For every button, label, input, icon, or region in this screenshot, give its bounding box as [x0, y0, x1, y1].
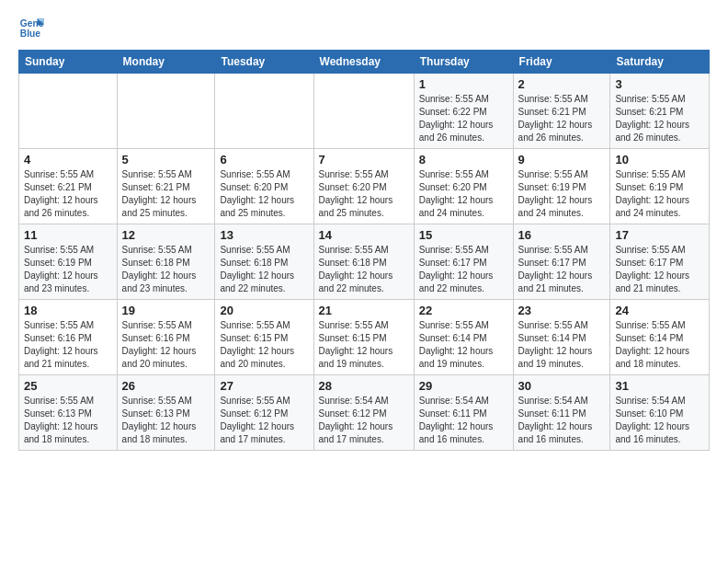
day-content: Sunrise: 5:55 AM Sunset: 6:13 PM Dayligh… — [122, 395, 210, 446]
day-content: Sunrise: 5:55 AM Sunset: 6:18 PM Dayligh… — [220, 244, 308, 295]
day-content: Sunrise: 5:55 AM Sunset: 6:21 PM Dayligh… — [122, 168, 210, 220]
day-content: Sunrise: 5:55 AM Sunset: 6:20 PM Dayligh… — [319, 168, 409, 220]
day-number: 28 — [319, 379, 409, 393]
calendar-cell: 25Sunrise: 5:55 AM Sunset: 6:13 PM Dayli… — [19, 375, 118, 451]
calendar-cell: 29Sunrise: 5:54 AM Sunset: 6:11 PM Dayli… — [414, 375, 513, 451]
calendar-cell: 13Sunrise: 5:55 AM Sunset: 6:18 PM Dayli… — [215, 224, 313, 300]
day-number: 18 — [24, 304, 112, 317]
calendar-cell: 15Sunrise: 5:55 AM Sunset: 6:17 PM Dayli… — [414, 224, 513, 300]
day-number: 11 — [24, 228, 112, 242]
calendar-cell — [313, 74, 414, 149]
day-content: Sunrise: 5:55 AM Sunset: 6:20 PM Dayligh… — [419, 168, 508, 220]
day-number: 17 — [615, 228, 704, 242]
calendar-cell: 31Sunrise: 5:54 AM Sunset: 6:10 PM Dayli… — [610, 375, 710, 451]
calendar-cell: 26Sunrise: 5:55 AM Sunset: 6:13 PM Dayli… — [117, 375, 215, 451]
day-number: 8 — [419, 153, 508, 167]
calendar-cell: 7Sunrise: 5:55 AM Sunset: 6:20 PM Daylig… — [313, 149, 414, 224]
calendar-cell: 14Sunrise: 5:55 AM Sunset: 6:18 PM Dayli… — [313, 224, 414, 300]
day-number: 27 — [220, 379, 308, 393]
day-number: 24 — [615, 304, 704, 317]
day-number: 5 — [122, 153, 210, 167]
day-number: 30 — [518, 379, 606, 393]
calendar-cell: 17Sunrise: 5:55 AM Sunset: 6:17 PM Dayli… — [610, 224, 710, 300]
day-number: 7 — [319, 153, 409, 167]
calendar-cell — [117, 74, 215, 149]
calendar-cell: 1Sunrise: 5:55 AM Sunset: 6:22 PM Daylig… — [414, 74, 513, 149]
day-number: 19 — [122, 304, 210, 317]
calendar-cell — [19, 74, 118, 149]
day-number: 3 — [615, 77, 704, 91]
day-content: Sunrise: 5:55 AM Sunset: 6:15 PM Dayligh… — [319, 319, 409, 371]
day-content: Sunrise: 5:54 AM Sunset: 6:11 PM Dayligh… — [419, 395, 508, 446]
calendar-week-1: 1Sunrise: 5:55 AM Sunset: 6:22 PM Daylig… — [19, 74, 710, 149]
day-number: 23 — [518, 304, 606, 317]
day-number: 26 — [122, 379, 210, 393]
day-number: 6 — [220, 153, 308, 167]
calendar-cell — [215, 74, 313, 149]
header-tuesday: Tuesday — [215, 51, 313, 74]
calendar-cell: 3Sunrise: 5:55 AM Sunset: 6:21 PM Daylig… — [610, 74, 710, 149]
header-saturday: Saturday — [610, 51, 710, 74]
calendar-cell: 19Sunrise: 5:55 AM Sunset: 6:16 PM Dayli… — [117, 300, 215, 375]
calendar-cell: 18Sunrise: 5:55 AM Sunset: 6:16 PM Dayli… — [19, 300, 118, 375]
day-number: 4 — [24, 153, 112, 167]
calendar-cell: 21Sunrise: 5:55 AM Sunset: 6:15 PM Dayli… — [313, 300, 414, 375]
day-content: Sunrise: 5:55 AM Sunset: 6:16 PM Dayligh… — [24, 319, 112, 371]
day-content: Sunrise: 5:55 AM Sunset: 6:17 PM Dayligh… — [615, 244, 704, 295]
calendar-cell: 22Sunrise: 5:55 AM Sunset: 6:14 PM Dayli… — [414, 300, 513, 375]
day-number: 9 — [518, 153, 606, 167]
day-content: Sunrise: 5:55 AM Sunset: 6:19 PM Dayligh… — [518, 168, 606, 220]
day-number: 25 — [24, 379, 112, 393]
calendar-cell: 24Sunrise: 5:55 AM Sunset: 6:14 PM Dayli… — [610, 300, 710, 375]
day-content: Sunrise: 5:55 AM Sunset: 6:18 PM Dayligh… — [319, 244, 409, 295]
logo-icon: General Blue — [18, 15, 44, 40]
day-number: 13 — [220, 228, 308, 242]
day-number: 15 — [419, 228, 508, 242]
day-content: Sunrise: 5:55 AM Sunset: 6:21 PM Dayligh… — [518, 93, 606, 144]
day-content: Sunrise: 5:54 AM Sunset: 6:11 PM Dayligh… — [518, 395, 606, 446]
day-content: Sunrise: 5:55 AM Sunset: 6:13 PM Dayligh… — [24, 395, 112, 446]
logo: General Blue — [18, 15, 48, 40]
day-number: 1 — [419, 77, 508, 91]
calendar-table: SundayMondayTuesdayWednesdayThursdayFrid… — [18, 50, 710, 451]
calendar-header-row: SundayMondayTuesdayWednesdayThursdayFrid… — [19, 51, 710, 74]
calendar-cell: 4Sunrise: 5:55 AM Sunset: 6:21 PM Daylig… — [19, 149, 118, 224]
day-content: Sunrise: 5:55 AM Sunset: 6:19 PM Dayligh… — [24, 244, 112, 295]
header-wednesday: Wednesday — [313, 51, 414, 74]
calendar-cell: 20Sunrise: 5:55 AM Sunset: 6:15 PM Dayli… — [215, 300, 313, 375]
day-content: Sunrise: 5:55 AM Sunset: 6:21 PM Dayligh… — [615, 93, 704, 144]
header-monday: Monday — [117, 51, 215, 74]
calendar-week-3: 11Sunrise: 5:55 AM Sunset: 6:19 PM Dayli… — [19, 224, 710, 300]
day-content: Sunrise: 5:55 AM Sunset: 6:22 PM Dayligh… — [419, 93, 508, 144]
day-content: Sunrise: 5:55 AM Sunset: 6:14 PM Dayligh… — [615, 319, 704, 371]
svg-text:Blue: Blue — [20, 29, 41, 39]
day-content: Sunrise: 5:55 AM Sunset: 6:17 PM Dayligh… — [419, 244, 508, 295]
day-number: 29 — [419, 379, 508, 393]
day-content: Sunrise: 5:54 AM Sunset: 6:12 PM Dayligh… — [319, 395, 409, 446]
day-content: Sunrise: 5:55 AM Sunset: 6:14 PM Dayligh… — [518, 319, 606, 371]
day-number: 14 — [319, 228, 409, 242]
header-thursday: Thursday — [414, 51, 513, 74]
calendar-week-2: 4Sunrise: 5:55 AM Sunset: 6:21 PM Daylig… — [19, 149, 710, 224]
calendar-cell: 6Sunrise: 5:55 AM Sunset: 6:20 PM Daylig… — [215, 149, 313, 224]
day-content: Sunrise: 5:55 AM Sunset: 6:19 PM Dayligh… — [615, 168, 704, 220]
header-sunday: Sunday — [19, 51, 118, 74]
calendar-cell: 23Sunrise: 5:55 AM Sunset: 6:14 PM Dayli… — [513, 300, 610, 375]
calendar-cell: 10Sunrise: 5:55 AM Sunset: 6:19 PM Dayli… — [610, 149, 710, 224]
day-content: Sunrise: 5:54 AM Sunset: 6:10 PM Dayligh… — [615, 395, 704, 446]
calendar-cell: 30Sunrise: 5:54 AM Sunset: 6:11 PM Dayli… — [513, 375, 610, 451]
day-number: 10 — [615, 153, 704, 167]
day-content: Sunrise: 5:55 AM Sunset: 6:12 PM Dayligh… — [220, 395, 308, 446]
calendar-cell: 8Sunrise: 5:55 AM Sunset: 6:20 PM Daylig… — [414, 149, 513, 224]
calendar-cell: 11Sunrise: 5:55 AM Sunset: 6:19 PM Dayli… — [19, 224, 118, 300]
header-friday: Friday — [513, 51, 610, 74]
day-number: 12 — [122, 228, 210, 242]
day-content: Sunrise: 5:55 AM Sunset: 6:20 PM Dayligh… — [220, 168, 308, 220]
calendar-cell: 16Sunrise: 5:55 AM Sunset: 6:17 PM Dayli… — [513, 224, 610, 300]
calendar-cell: 9Sunrise: 5:55 AM Sunset: 6:19 PM Daylig… — [513, 149, 610, 224]
day-number: 31 — [615, 379, 704, 393]
day-number: 16 — [518, 228, 606, 242]
calendar-cell: 5Sunrise: 5:55 AM Sunset: 6:21 PM Daylig… — [117, 149, 215, 224]
day-content: Sunrise: 5:55 AM Sunset: 6:14 PM Dayligh… — [419, 319, 508, 371]
calendar-cell: 27Sunrise: 5:55 AM Sunset: 6:12 PM Dayli… — [215, 375, 313, 451]
